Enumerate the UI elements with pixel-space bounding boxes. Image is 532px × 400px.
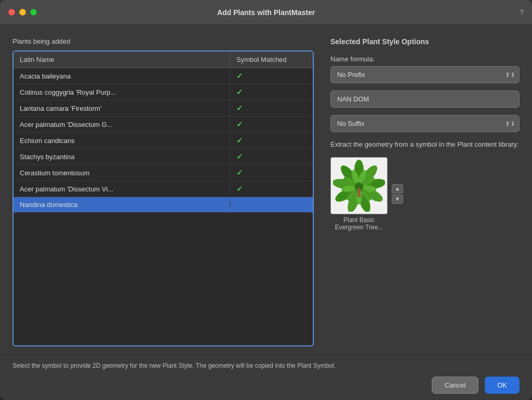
cancel-button[interactable]: Cancel bbox=[432, 377, 478, 394]
symbol-stepper: ▲ ▼ bbox=[392, 184, 403, 204]
cell-latin-name: Echium candicans bbox=[14, 133, 230, 148]
prefix-select[interactable]: No Prefix Custom Prefix bbox=[330, 66, 520, 83]
symbol-preview-area: Plant Basic Evergreen Tree... ▲ ▼ bbox=[330, 157, 520, 231]
nan-dom-display: NAN DOM bbox=[330, 91, 520, 108]
table-row[interactable]: Acer palmatum 'Dissectum G...✓ bbox=[14, 117, 313, 133]
table-row[interactable]: Echium candicans✓ bbox=[14, 133, 313, 149]
cell-symbol-matched: ✓ bbox=[230, 117, 313, 132]
cell-latin-name: Acacia baileyana bbox=[14, 69, 230, 84]
table-row[interactable]: Stachys byzantina✓ bbox=[14, 149, 313, 165]
main-dialog: Add Plants with PlantMaster ? Plants bei… bbox=[0, 0, 532, 400]
symbol-stepper-up[interactable]: ▲ bbox=[392, 184, 403, 193]
right-panel-title: Selected Plant Style Options bbox=[330, 37, 520, 46]
name-formula-label: Name formula: bbox=[330, 55, 520, 63]
cell-symbol-matched: ✓ bbox=[230, 133, 313, 148]
suffix-select-wrapper: No Suffix Custom Suffix ⬆⬇ bbox=[330, 115, 520, 132]
cell-latin-name: Nandina domestica bbox=[14, 197, 230, 212]
main-content: Plants being added Latin Name Symbol Mat… bbox=[0, 25, 532, 355]
table-row[interactable]: Acacia baileyana✓ bbox=[14, 68, 313, 84]
cell-latin-name: Lantana camara 'Firestorm' bbox=[14, 101, 230, 116]
ok-button[interactable]: OK bbox=[485, 377, 520, 394]
dialog-title: Add Plants with PlantMaster bbox=[217, 8, 315, 17]
col-symbol-matched: Symbol Matched bbox=[230, 51, 313, 68]
help-button[interactable]: ? bbox=[520, 8, 524, 17]
cell-latin-name: Cotinus coggygria 'Royal Purp... bbox=[14, 85, 230, 100]
close-button[interactable] bbox=[8, 9, 15, 16]
cell-latin-name: Cerastium tomentosum bbox=[14, 165, 230, 180]
table-row[interactable]: Cerastium tomentosum✓ bbox=[14, 165, 313, 181]
cell-symbol-matched bbox=[230, 201, 313, 209]
symbol-box[interactable] bbox=[330, 157, 388, 214]
maximize-button[interactable] bbox=[30, 9, 37, 16]
traffic-lights bbox=[8, 9, 37, 16]
footer-hint: Select the symbol to provide 2D geometry… bbox=[12, 362, 520, 370]
plants-section-label: Plants being added bbox=[12, 37, 314, 45]
symbol-caption: Plant Basic Evergreen Tree... bbox=[330, 216, 388, 231]
symbol-stepper-down[interactable]: ▼ bbox=[392, 195, 403, 204]
footer-bar: Select the symbol to provide 2D geometry… bbox=[0, 355, 532, 400]
suffix-select[interactable]: No Suffix Custom Suffix bbox=[330, 115, 520, 132]
col-latin-name: Latin Name bbox=[14, 51, 230, 68]
cell-symbol-matched: ✓ bbox=[230, 100, 313, 116]
name-formula-section: Name formula: No Prefix Custom Prefix ⬆⬇ bbox=[330, 55, 520, 83]
table-body[interactable]: Acacia baileyana✓Cotinus coggygria 'Roya… bbox=[14, 68, 313, 345]
table-row[interactable]: Acer palmatum 'Dissectum Vi...✓ bbox=[14, 181, 313, 197]
cell-symbol-matched: ✓ bbox=[230, 165, 313, 180]
table-row[interactable]: Nandina domestica bbox=[14, 197, 313, 213]
table-row[interactable]: Cotinus coggygria 'Royal Purp...✓ bbox=[14, 84, 313, 100]
cell-latin-name: Stachys byzantina bbox=[14, 149, 230, 164]
cell-symbol-matched: ✓ bbox=[230, 84, 313, 100]
cell-latin-name: Acer palmatum 'Dissectum G... bbox=[14, 117, 230, 132]
left-panel: Plants being added Latin Name Symbol Mat… bbox=[12, 37, 314, 346]
svg-rect-19 bbox=[357, 188, 361, 197]
plants-table: Latin Name Symbol Matched Acacia baileya… bbox=[12, 50, 314, 346]
cell-symbol-matched: ✓ bbox=[230, 181, 313, 197]
title-bar: Add Plants with PlantMaster ? bbox=[0, 0, 532, 25]
table-row[interactable]: Lantana camara 'Firestorm'✓ bbox=[14, 100, 313, 117]
cell-symbol-matched: ✓ bbox=[230, 149, 313, 164]
cell-latin-name: Acer palmatum 'Dissectum Vi... bbox=[14, 182, 230, 197]
prefix-select-wrapper: No Prefix Custom Prefix ⬆⬇ bbox=[330, 66, 520, 83]
extract-text: Extract the geometry from a symbol in th… bbox=[330, 139, 520, 150]
right-panel: Selected Plant Style Options Name formul… bbox=[330, 37, 520, 346]
table-header: Latin Name Symbol Matched bbox=[14, 51, 313, 68]
footer-buttons: Cancel OK bbox=[12, 377, 520, 394]
suffix-section: No Suffix Custom Suffix ⬆⬇ bbox=[330, 115, 520, 132]
plant-symbol-svg bbox=[333, 160, 385, 212]
minimize-button[interactable] bbox=[19, 9, 26, 16]
cell-symbol-matched: ✓ bbox=[230, 68, 313, 84]
